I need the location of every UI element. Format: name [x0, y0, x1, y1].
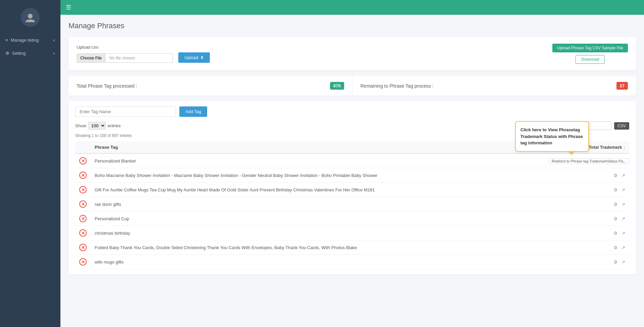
external-link-icon[interactable]: ↗ — [622, 187, 625, 192]
phrase-tag-cell: Boho Macrame Baby Shower Invitation - Ma… — [91, 168, 582, 183]
delete-row-button[interactable]: ✕ — [79, 172, 87, 179]
total-trademark-cell: 0↗ — [582, 212, 629, 226]
sidebar-item-manage-listing[interactable]: ≡ Manage listing < — [0, 34, 60, 47]
redirect-tooltip: Redirect to Phrase tag TrademarkStatus P… — [549, 158, 629, 164]
total-trademark-cell: 0↗ — [582, 183, 629, 197]
download-button[interactable]: Download — [576, 55, 605, 64]
table-row: ✕wife mugs gifts0↗ — [75, 255, 629, 269]
gear-icon: ⚙ — [5, 51, 9, 56]
tooltip-text: Click here to View Phrasetag Trademark S… — [520, 127, 583, 145]
phrase-tag-cell: wife mugs gifts — [91, 255, 582, 269]
table-row: ✕Personalized Blanket2↗Redirect to Phras… — [75, 153, 629, 168]
upload-button[interactable]: Upload ⬆ — [178, 52, 210, 63]
main-content: Manage Phrases Upload csv: Choose File N… — [60, 15, 644, 327]
phrase-tag-cell: Folded Baby Thank You Cards, Double Side… — [91, 240, 582, 255]
upload-controls: Choose File No file chosen Upload ⬆ — [77, 52, 210, 63]
avatar-section — [0, 0, 60, 34]
file-input-wrapper: Choose File No file chosen — [77, 53, 173, 63]
total-trademark-cell: 0↗ — [582, 226, 629, 240]
total-trademark-cell: 0↗ — [582, 168, 629, 183]
total-trademark-cell: 0↗ — [582, 197, 629, 212]
table-row: ✕Folded Baby Thank You Cards, Double Sid… — [75, 240, 629, 255]
trademark-count: 0 — [614, 173, 617, 178]
trademark-count: 0 — [614, 187, 617, 192]
page-title: Manage Phrases — [68, 21, 636, 30]
trademark-count: 0 — [614, 260, 617, 265]
phrase-table: Phrase Tag Total Trademark ↕ ✕Personaliz… — [75, 141, 629, 269]
svg-point-0 — [28, 14, 33, 18]
delete-row-button[interactable]: ✕ — [79, 200, 87, 208]
external-link-icon[interactable]: ↗ — [622, 245, 625, 250]
tag-input-row: Add Tag — [75, 106, 629, 117]
col-total-trademark: Total Trademark ↕ — [582, 141, 629, 153]
table-row: ✕rae dunn gifts0↗ — [75, 197, 629, 212]
upload-left: Upload csv: Choose File No file chosen U… — [77, 45, 210, 63]
list-icon: ≡ — [5, 38, 8, 43]
delete-row-button[interactable]: ✕ — [79, 186, 87, 193]
show-label: Show — [75, 123, 86, 128]
sidebar-nav: ≡ Manage listing < ⚙ Setting < — [0, 34, 60, 327]
trademark-count: 0 — [614, 216, 617, 221]
table-row: ✕Gift For Auntie Coffee Mugs Tea Cup Mug… — [75, 183, 629, 197]
stats-card: Total Phrase Tag processed : 670 Remaini… — [68, 76, 636, 96]
remaining-badge: 27 — [616, 82, 628, 90]
trademark-count: 0 — [614, 245, 617, 250]
table-row: ✕christmas birthday0↗ — [75, 226, 629, 240]
delete-row-button[interactable]: ✕ — [79, 258, 87, 266]
table-row: ✕Personalized Cup0↗ — [75, 212, 629, 226]
external-link-icon[interactable]: ↗ — [622, 202, 625, 207]
upload-label: Upload csv: — [77, 45, 210, 50]
sort-icon: ↕ — [624, 145, 626, 149]
stat-total: Total Phrase Tag processed : 670 — [68, 76, 353, 96]
total-trademark-cell: 0↗ — [582, 255, 629, 269]
sidebar: ≡ Manage listing < ⚙ Setting < — [0, 0, 60, 327]
entries-select[interactable]: 100 25 50 — [88, 122, 106, 130]
no-file-text: No file chosen — [105, 54, 173, 62]
sidebar-item-setting[interactable]: ⚙ Setting < — [0, 47, 60, 60]
external-link-icon[interactable]: ↗ — [622, 216, 625, 221]
csv-button[interactable]: CSV — [614, 122, 629, 130]
delete-row-button[interactable]: ✕ — [79, 229, 87, 237]
phrase-tag-cell: Gift For Auntie Coffee Mugs Tea Cup Mug … — [91, 183, 582, 197]
choose-file-button[interactable]: Choose File — [77, 54, 105, 62]
upload-right: Upload Phrase Tag CSV Sample File Downlo… — [552, 44, 628, 64]
upload-sample-button[interactable]: Upload Phrase Tag CSV Sample File — [552, 44, 628, 52]
total-trademark-cell: 2↗Redirect to Phrase tag TrademarkStatus… — [582, 153, 629, 168]
upload-label-text: Upload — [184, 55, 198, 60]
total-processed-label: Total Phrase Tag processed : — [77, 83, 137, 89]
show-entries: Show 100 25 50 entries — [75, 122, 121, 130]
phrase-tag-cell: christmas birthday — [91, 226, 582, 240]
avatar — [21, 8, 40, 27]
trademark-count: 0 — [614, 202, 617, 207]
external-link-icon[interactable]: ↗ — [622, 231, 625, 236]
table-card: Add Tag Show 100 25 50 entries Search: C… — [68, 101, 636, 275]
tooltip-overlay: Click here to View Phrasetag Trademark S… — [515, 121, 589, 152]
delete-row-button[interactable]: ✕ — [79, 157, 87, 165]
external-link-icon[interactable]: ↗ — [622, 260, 625, 265]
delete-row-button[interactable]: ✕ — [79, 244, 87, 251]
external-link-icon[interactable]: ↗ — [622, 173, 625, 178]
phrase-tag-cell: Personalized Blanket — [91, 153, 582, 168]
phrase-tag-cell: Personalized Cup — [91, 212, 582, 226]
sidebar-item-setting-label: Setting — [12, 51, 26, 56]
add-tag-button[interactable]: Add Tag — [179, 106, 207, 117]
topbar: ☰ — [60, 0, 644, 15]
stat-remaining: Remaining to Phrase Tag process : 27 — [353, 76, 636, 96]
upload-icon: ⬆ — [200, 55, 204, 60]
chevron-icon: < — [53, 38, 55, 42]
entries-label: entries — [108, 123, 121, 128]
col-phrase-tag: Phrase Tag — [91, 141, 582, 153]
chevron-icon-setting: < — [53, 51, 55, 55]
col-delete — [75, 141, 91, 153]
delete-row-button[interactable]: ✕ — [79, 215, 87, 222]
table-row: ✕Boho Macrame Baby Shower Invitation - M… — [75, 168, 629, 183]
total-trademark-cell: 0↗ — [582, 240, 629, 255]
tag-name-input[interactable] — [75, 106, 176, 117]
total-processed-badge: 670 — [330, 82, 344, 90]
sidebar-item-manage-listing-label: Manage listing — [11, 38, 39, 43]
remaining-label: Remaining to Phrase Tag process : — [361, 83, 434, 89]
upload-card: Upload csv: Choose File No file chosen U… — [68, 37, 636, 71]
phrase-tag-cell: rae dunn gifts — [91, 197, 582, 212]
menu-icon[interactable]: ☰ — [66, 4, 71, 11]
trademark-count: 0 — [614, 231, 617, 236]
